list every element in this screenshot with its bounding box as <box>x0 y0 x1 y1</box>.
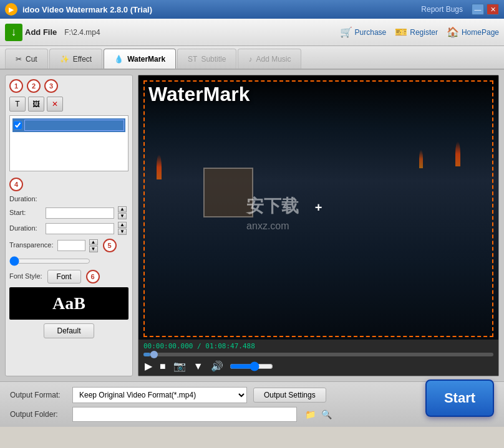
play-button[interactable]: ▶ <box>143 359 153 373</box>
transparency-section: Transparence: 0 ▲ ▼ 5 <box>9 239 128 266</box>
video-panel: WaterMark + 安下载 anxz.com 00:00:00.000 / … <box>138 75 499 376</box>
progress-thumb <box>150 351 158 358</box>
watermark-list: Please input text ... <box>9 115 128 171</box>
duration-section: Duration: Start: 00 :00 :00 .000 ▲ ▼ Dur… <box>9 195 128 235</box>
video-area: WaterMark + 安下载 anxz.com <box>138 75 498 340</box>
watermark-checkbox[interactable] <box>14 121 22 130</box>
nav-tabs: ✂ Cut ✨ Effect 💧 WaterMark ST Subtitle ♪… <box>0 46 504 70</box>
tab-cut-label: Cut <box>26 55 37 64</box>
duration-row: Duration: 01 :08 :47 .488 ▲ ▼ <box>9 222 128 235</box>
add-file-label: Add File <box>25 27 57 37</box>
step2-circle: 2 <box>27 79 41 93</box>
transparency-input[interactable]: 0 <box>57 240 85 251</box>
step3-circle: 3 <box>44 79 58 93</box>
volume-slider[interactable] <box>230 361 273 371</box>
register-link[interactable]: 🎫 Register <box>395 26 438 38</box>
tab-subtitle-label: Subtitle <box>201 55 226 64</box>
watermark-icon: 💧 <box>114 55 124 64</box>
tab-subtitle[interactable]: ST Subtitle <box>177 49 236 69</box>
duration-input[interactable]: 01 :08 :47 .488 <box>46 223 114 234</box>
transparency-up-button[interactable]: ▲ <box>89 239 98 245</box>
add-file-button[interactable]: ↓ Add File <box>5 24 57 41</box>
font-style-label: Font Style: <box>9 272 42 280</box>
start-label: Start: <box>9 209 42 216</box>
output-format-row: Output Format: Keep Original Video Forma… <box>10 387 494 403</box>
stop-button[interactable]: ■ <box>158 360 167 373</box>
tab-cut[interactable]: ✂ Cut <box>5 49 48 69</box>
format-select[interactable]: Keep Original Video Format(*.mp4) <box>72 387 247 403</box>
progress-bar[interactable] <box>143 353 493 356</box>
output-format-label: Output Format: <box>10 391 66 399</box>
watermark-text-input[interactable]: Please input text ... <box>24 120 124 131</box>
transparency-slider[interactable] <box>9 256 90 266</box>
tab-add-music[interactable]: ♪ Add Music <box>238 49 301 69</box>
start-input[interactable]: 00 :00 :00 .000 <box>46 207 114 219</box>
purchase-link[interactable]: 🛒 Purchase <box>340 26 387 38</box>
homepage-link[interactable]: 🏠 HomePage <box>447 26 499 38</box>
close-button[interactable]: ✕ <box>487 4 499 15</box>
folder-input[interactable]: J:\video <box>72 407 297 422</box>
video-background: WaterMark + 安下载 anxz.com <box>138 75 498 340</box>
folder-icons: 📁 🔍 <box>303 407 333 421</box>
transparency-row: Transparence: 0 ▲ ▼ 5 <box>9 239 128 252</box>
video-watermark-sub: anxz.com <box>246 221 289 232</box>
app-title: idoo Video Watermark 2.8.0 (Trial) <box>22 5 152 14</box>
step4-indicator: 4 <box>9 178 128 191</box>
snapshot-button[interactable]: 📷 <box>172 359 187 373</box>
step4-circle: 4 <box>9 178 23 191</box>
step6-circle: 6 <box>86 270 100 284</box>
toolbar-right: 🛒 Purchase 🎫 Register 🏠 HomePage <box>340 26 499 38</box>
cut-icon: ✂ <box>16 55 22 64</box>
duration-down-button[interactable]: ▼ <box>118 229 127 235</box>
start-up-button[interactable]: ▲ <box>118 206 127 212</box>
tab-watermark[interactable]: 💧 WaterMark <box>104 49 176 69</box>
step1-circle: 1 <box>9 79 23 93</box>
toolbar: ↓ Add File F:\2.4.mp4 🛒 Purchase 🎫 Regis… <box>0 19 504 46</box>
output-settings-button[interactable]: Output Settings <box>253 388 326 403</box>
browse-folder-button[interactable]: 📁 <box>303 407 317 421</box>
duration-up-button[interactable]: ▲ <box>118 222 127 228</box>
cart-icon: 🛒 <box>340 26 352 38</box>
search-folder-button[interactable]: 🔍 <box>319 407 333 421</box>
register-icon: 🎫 <box>395 26 407 38</box>
transparency-label: Transparence: <box>9 241 54 249</box>
watermark-list-item[interactable]: Please input text ... <box>12 118 125 132</box>
center-cross: + <box>315 201 322 215</box>
preview-text: AaB <box>52 293 85 313</box>
step-indicators: 1 2 3 <box>9 79 128 93</box>
duration-spinner: ▲ ▼ <box>118 222 127 235</box>
font-button[interactable]: Font <box>47 270 81 284</box>
bottom-bar: Output Format: Keep Original Video Forma… <box>0 381 504 427</box>
effect-icon: ✨ <box>60 55 69 64</box>
text-style-button[interactable]: T <box>9 97 26 112</box>
time-display: 00:00:00.000 / 01:08:47.488 <box>143 342 493 350</box>
tab-effect[interactable]: ✨ Effect <box>49 49 102 69</box>
report-bugs-link[interactable]: Report Bugs <box>421 5 463 14</box>
watermark-overlay: WaterMark <box>148 83 250 106</box>
playback-bar: 00:00:00.000 / 01:08:47.488 ▶ ■ 📷 ▼ 🔊 <box>138 340 498 376</box>
action-icons: T 🖼 ✕ <box>9 97 128 112</box>
image-watermark-button[interactable]: 🖼 <box>28 97 44 112</box>
add-file-icon: ↓ <box>5 24 22 41</box>
music-icon: ♪ <box>248 55 252 64</box>
left-panel: 1 2 3 T 🖼 ✕ Please input text ... 4 Dura… <box>5 75 133 376</box>
volume-button[interactable]: 🔊 <box>210 359 225 373</box>
app-icon: ▶ <box>5 3 17 16</box>
video-watermark-text: 安下载 <box>246 194 299 218</box>
thumbnail-overlay <box>203 168 253 217</box>
file-path: F:\2.4.mp4 <box>64 28 100 37</box>
start-button[interactable]: Start <box>425 379 494 417</box>
delete-button[interactable]: ✕ <box>47 97 63 112</box>
default-button[interactable]: Default <box>44 323 94 338</box>
transparency-down-button[interactable]: ▼ <box>89 246 98 252</box>
output-folder-label: Output Folder: <box>10 410 66 419</box>
controls-row: ▶ ■ 📷 ▼ 🔊 <box>143 359 493 373</box>
subtitle-icon: ST <box>188 55 197 64</box>
minimize-button[interactable]: — <box>472 4 484 15</box>
start-down-button[interactable]: ▼ <box>118 213 127 219</box>
step5-circle: 5 <box>103 239 117 252</box>
tab-watermark-label: WaterMark <box>127 55 165 64</box>
snapshot-dropdown[interactable]: ▼ <box>192 360 205 373</box>
output-folder-row: Output Folder: J:\video 📁 🔍 <box>10 407 494 422</box>
start-spinner: ▲ ▼ <box>118 206 127 219</box>
